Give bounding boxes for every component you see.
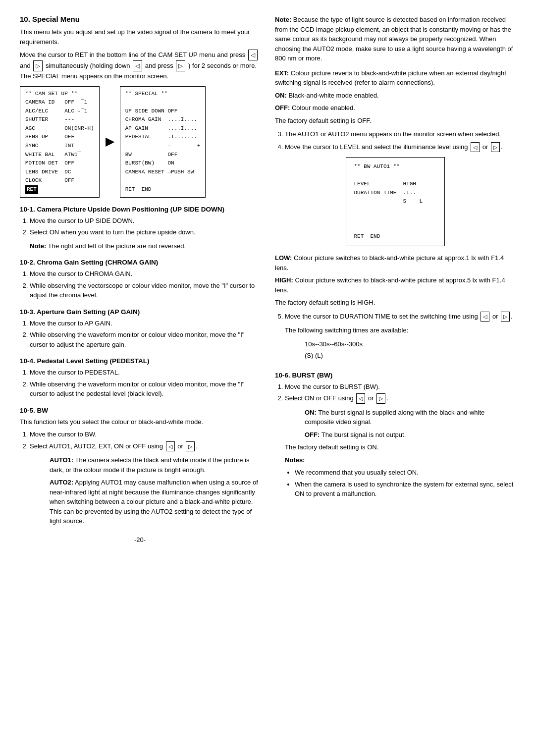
- factory-high: The factory default setting is HIGH.: [275, 298, 515, 308]
- low-block: LOW: Colour picture switches to black-an…: [275, 253, 515, 272]
- section-10-5-title: 10-5. BW: [20, 407, 260, 414]
- cam-menu-line-2: ALC/ELC ALC -‾1: [25, 107, 94, 116]
- note-10-1: Note: The right and left of the picture …: [30, 241, 260, 251]
- key-right-duration: ▷: [501, 312, 510, 322]
- burst-notes-label: Notes:: [285, 455, 515, 465]
- right-step-5: Move the cursor to DURATION TIME to set …: [285, 312, 515, 322]
- burst-factory: The factory default setting is ON.: [285, 442, 515, 452]
- sp-menu-line-9: CAMERA RESET →PUSH SW: [125, 168, 201, 177]
- key-icon-right: ▷: [33, 60, 43, 71]
- bw-line-7: [354, 223, 436, 232]
- sp-menu-line-10: [125, 176, 201, 185]
- section-10-1-title: 10-1. Camera Picture Upside Down Positio…: [20, 206, 260, 213]
- bw-line-5: [354, 206, 436, 215]
- section-10-3-title: 10-3. Aperture Gain Setting (AP GAIN): [20, 308, 260, 316]
- bw-line-3: DURATION TIME .I..: [354, 189, 436, 198]
- bw-line-4: S L: [354, 197, 436, 206]
- cam-menu-line-10: CLOCK OFF: [25, 176, 94, 185]
- right-note-text: Because the type of light source is dete…: [275, 16, 513, 62]
- key-left-level: ◁: [471, 142, 480, 153]
- off-text: Colour mode enabled.: [292, 104, 355, 111]
- burst-off-label: OFF:: [305, 431, 320, 438]
- on-block: ON: Black-and-white mode enabled.: [275, 91, 515, 101]
- key-right-level: ▷: [491, 142, 500, 153]
- step-10-4-1: Move the cursor to PEDESTAL.: [30, 368, 260, 378]
- left-column: 10. Special Menu This menu lets you adju…: [20, 15, 260, 543]
- step-10-1-1: Move the cursor to UP SIDE DOWN.: [30, 216, 260, 226]
- key-left-duration: ◁: [481, 312, 489, 322]
- right-step-3: The AUTO1 or AUTO2 menu appears on the m…: [285, 129, 515, 139]
- page-container: 10. Special Menu This menu lets you adju…: [20, 15, 515, 543]
- section-10-2-title: 10-2. Chroma Gain Setting (CHROMA GAIN): [20, 259, 260, 266]
- intro-para-2: Move the cursor to RET in the bottom lin…: [20, 50, 260, 81]
- sp-menu-line-3: CHROMA GAIN ....I....: [125, 115, 201, 124]
- on-label: ON:: [275, 92, 287, 99]
- step-10-2-2: While observing the vectorscope or colou…: [30, 281, 260, 300]
- intro-text-2c: simultaneously (holding down: [46, 62, 130, 69]
- section-10-6-title: 10-6. BURST (BW): [275, 372, 515, 379]
- note-text-10-1: The right and left of the picture are no…: [48, 242, 186, 250]
- auto2-label: AUTO2:: [50, 479, 73, 486]
- sp-menu-line-5: PEDESTAL .I.......: [125, 133, 201, 142]
- auto2-block: AUTO2: Applying AUTO1 may cause malfunct…: [50, 478, 260, 526]
- cam-setup-menu-box: ** CAM SET UP ** CAMERA ID OFF ‾1 ALC/EL…: [20, 86, 100, 198]
- key-right-burst: ▷: [376, 393, 385, 404]
- step-10-3-1: Move the cursor to AP GAIN.: [30, 319, 260, 328]
- right-step-4-text: Move the cursor to LEVEL and select the …: [285, 143, 468, 151]
- cam-menu-line-5: SENS UP OFF: [25, 133, 94, 142]
- high-text: Colour picture switches to black-and-whi…: [275, 276, 505, 294]
- high-label: HIGH:: [275, 276, 293, 284]
- step-10-5-2-text: Select AUTO1, AUTO2, EXT, ON or OFF usin…: [30, 442, 163, 450]
- off-label: OFF:: [275, 104, 290, 111]
- sp-menu-line-0: ** SPECIAL **: [125, 90, 201, 99]
- low-label: LOW:: [275, 254, 292, 262]
- cam-menu-line-8: MOTION DET OFF: [25, 159, 94, 168]
- cam-menu-line-4: AGC ON(DNR-H): [25, 124, 94, 133]
- key-right-bw: ▷: [186, 441, 195, 452]
- sp-menu-line-1: [125, 98, 201, 107]
- burst-on-label: ON:: [305, 409, 317, 416]
- note-label-10-1: Note:: [30, 242, 48, 250]
- right-column: Note: Because the type of light source i…: [275, 15, 515, 543]
- section-10-5-steps: Move the cursor to BW. Select AUTO1, AUT…: [30, 430, 260, 451]
- intro-text-2a: Move the cursor to RET in the bottom lin…: [20, 51, 245, 58]
- special-menu-box: ** SPECIAL ** UP SIDE DOWN OFF CHROMA GA…: [120, 86, 206, 198]
- sp-menu-ret-end: RET END: [125, 185, 201, 194]
- section-10-4-title: 10-4. Pedestal Level Setting (PEDESTAL): [20, 357, 260, 365]
- right-step-5-or: or: [492, 313, 498, 320]
- intro-para-1: This menu lets you adjust and set up the…: [20, 27, 260, 47]
- right-steps-3-4: The AUTO1 or AUTO2 menu appears on the m…: [285, 129, 515, 152]
- burst-note-2: When the camera is used to synchronize t…: [295, 480, 515, 499]
- burst-off-text: The burst signal is not output.: [321, 431, 406, 438]
- sp-menu-line-4: AP GAIN ....I....: [125, 124, 201, 133]
- on-text: Black-and-white mode enabled.: [288, 92, 378, 99]
- switching-times-label: The following switching times are availa…: [285, 325, 515, 335]
- cam-menu-line-0: ** CAM SET UP **: [25, 90, 94, 99]
- cam-menu-line-6: SYNC INT: [25, 142, 94, 151]
- intro-text-and: and: [20, 62, 31, 69]
- right-step-5-list: Move the cursor to DURATION TIME to set …: [285, 312, 515, 322]
- cam-menu-line-9: LENS DRIVE DC: [25, 168, 94, 177]
- switching-times-sl: (S) (L): [305, 350, 515, 361]
- step-10-6-2-or: or: [368, 394, 374, 402]
- sp-menu-line-7: BW OFF: [125, 151, 201, 160]
- burst-note-1: We recommend that you usually select ON.: [295, 468, 515, 478]
- sp-menu-line-2: UP SIDE DOWN OFF: [125, 107, 201, 116]
- key-icon-left2: ◁: [133, 60, 142, 71]
- burst-off-block: OFF: The burst signal is not output.: [305, 430, 515, 440]
- burst-on-block: ON: The burst signal is supplied along w…: [305, 408, 515, 427]
- bw-auto1-menu-wrapper: ** BW AUTO1 ** LEVEL HIGH DURATION TIME …: [275, 157, 515, 246]
- ext-text: Colour picture reverts to black-and-whit…: [275, 69, 506, 87]
- key-left-bw: ◁: [166, 441, 175, 452]
- section-10-3-steps: Move the cursor to AP GAIN. While observ…: [30, 319, 260, 350]
- step-10-1-2: Select ON when you want to turn the pict…: [30, 227, 260, 237]
- switching-times: 10s--30s--60s--300s (S) (L): [305, 338, 515, 362]
- off-block: OFF: Colour mode enabled.: [275, 103, 515, 113]
- factory-off: The factory default setting is OFF.: [275, 116, 515, 126]
- ext-label: EXT:: [275, 69, 289, 77]
- switching-times-values: 10s--30s--60s--300s: [305, 338, 515, 350]
- step-10-6-2-text: Select ON or OFF using: [285, 394, 354, 402]
- right-step-5-text: Move the cursor to DURATION TIME to set …: [285, 313, 478, 320]
- cam-menu-line-7: WHITE BAL ATW1‾: [25, 151, 94, 160]
- bw-auto1-menu-box: ** BW AUTO1 ** LEVEL HIGH DURATION TIME …: [346, 157, 445, 246]
